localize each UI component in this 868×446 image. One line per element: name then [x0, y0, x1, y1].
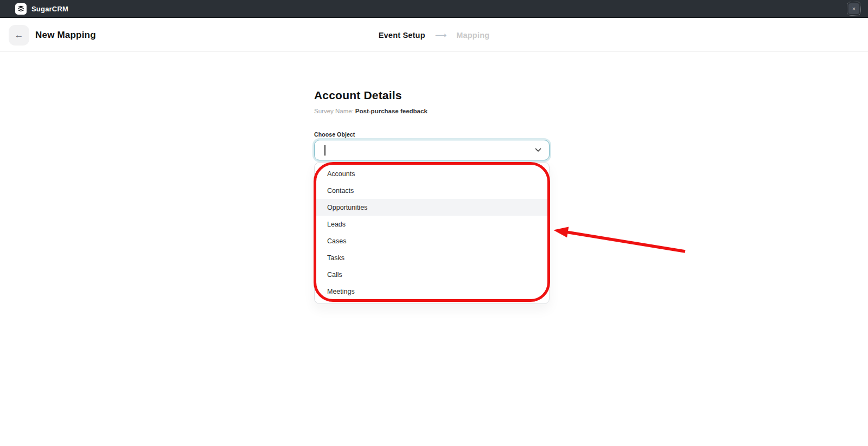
dropdown-option-opportunities[interactable]: Opportunities [315, 199, 549, 216]
section-heading: Account Details [314, 89, 551, 102]
survey-name-line: Survey Name:Post-purchase feedback [314, 108, 551, 114]
text-cursor [324, 145, 326, 156]
dropdown-option-cases[interactable]: Cases [315, 232, 549, 249]
form-section: Account Details Survey Name:Post-purchas… [314, 0, 551, 304]
back-button[interactable]: ← [9, 25, 29, 46]
close-button[interactable]: × [848, 3, 859, 14]
dropdown-option-meetings[interactable]: Meetings [315, 283, 549, 300]
chevron-down-icon[interactable] [535, 148, 541, 152]
dropdown-option-contacts[interactable]: Contacts [315, 182, 549, 199]
dropdown-option-tasks[interactable]: Tasks [315, 249, 549, 266]
page: SugarCRM × ← New Mapping Event Setup ⟶ M… [0, 0, 868, 446]
choose-object-combobox[interactable] [314, 140, 550, 160]
sugarcrm-logo-icon [15, 3, 27, 15]
choose-object-label: Choose Object [314, 131, 551, 138]
brand-name: SugarCRM [31, 5, 68, 13]
object-dropdown: AccountsContactsOpportunitiesLeadsCasesT… [314, 162, 550, 304]
dropdown-option-leads[interactable]: Leads [315, 216, 549, 232]
survey-name-value: Post-purchase feedback [355, 108, 427, 114]
dropdown-option-accounts[interactable]: Accounts [315, 165, 549, 182]
annotation-arrow-icon [549, 221, 690, 256]
back-arrow-icon: ← [15, 30, 24, 41]
close-icon: × [852, 6, 856, 12]
page-title: New Mapping [35, 30, 96, 41]
dropdown-option-calls[interactable]: Calls [315, 266, 549, 283]
survey-name-label: Survey Name: [314, 108, 354, 114]
